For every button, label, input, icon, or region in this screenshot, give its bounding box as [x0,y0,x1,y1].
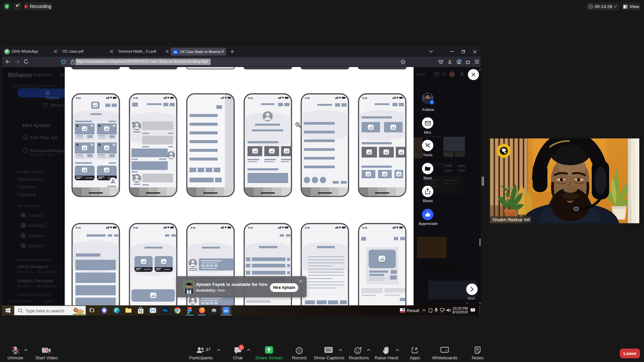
svg-text:Ps: Ps [163,309,168,312]
svg-text:Shaikh Iftekhar Alif: Shaikh Iftekhar Alif [492,217,530,222]
svg-text:zm: zm [224,309,228,312]
svg-text:A: A [464,74,465,76]
svg-text:Be: Be [174,51,177,54]
